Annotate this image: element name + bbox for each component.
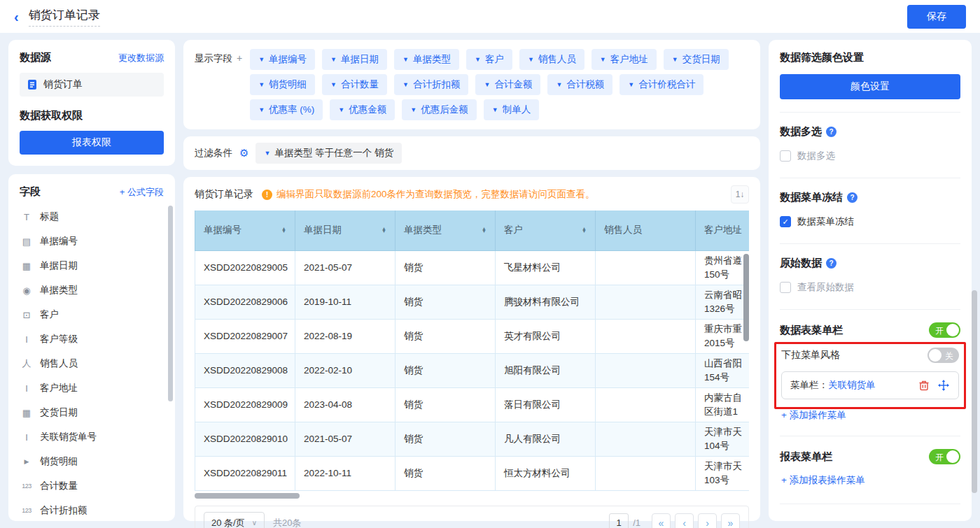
sort-order-icon[interactable]: 1↓: [731, 185, 749, 204]
chip-label: 单据日期: [341, 53, 379, 66]
field-item-customer-level[interactable]: I客户等级: [20, 333, 164, 345]
multi-select-checkbox[interactable]: 数据多选: [780, 150, 960, 162]
menu-item-box[interactable]: 菜单栏： 关联销货单: [781, 371, 959, 399]
add-field-icon[interactable]: +: [237, 52, 242, 64]
field-chip[interactable]: ▼优惠金额: [330, 99, 395, 120]
table-row[interactable]: XSDD202208290112022-10-11销货恒太方材料公司天津市天 1…: [195, 456, 750, 490]
back-icon[interactable]: ‹: [14, 10, 19, 24]
field-chip[interactable]: ▼优惠后金额: [402, 99, 476, 120]
formula-field-link[interactable]: + 公式字段: [120, 186, 164, 199]
page-number-input[interactable]: 1: [609, 513, 629, 528]
add-report-menu-link[interactable]: + 添加报表操作菜单: [781, 474, 959, 487]
next-page-button[interactable]: ›: [698, 513, 717, 528]
sort-icon[interactable]: ▲▼: [382, 227, 386, 233]
field-item-total-discount[interactable]: 123合计折扣额: [20, 504, 164, 517]
report-permission-button[interactable]: 报表权限: [20, 131, 164, 155]
page-count: /1: [633, 518, 640, 528]
chevron-down-icon: ▼: [628, 81, 634, 88]
table-menu-toggle[interactable]: 开: [929, 322, 960, 338]
trash-icon[interactable]: [918, 379, 930, 392]
field-label: 标题: [40, 211, 59, 223]
color-settings-button[interactable]: 颜色设置: [780, 74, 960, 99]
change-datasource-link[interactable]: 更改数据源: [118, 52, 164, 64]
table-row[interactable]: XSDD202208290062019-10-11销货腾骏材料有限公司云南省昭 …: [195, 285, 750, 319]
column-header[interactable]: 客户地址: [696, 211, 750, 250]
column-header[interactable]: 客户▲▼: [496, 211, 596, 250]
report-menu-toggle[interactable]: 开: [929, 449, 960, 464]
help-icon[interactable]: ?: [826, 258, 836, 269]
field-chip[interactable]: ▼销货明细: [250, 74, 315, 95]
chevron-down-icon: ▼: [402, 56, 409, 63]
column-header[interactable]: 单据类型▲▼: [396, 211, 496, 250]
panel-scrollbar[interactable]: [972, 290, 977, 493]
prev-page-button[interactable]: ‹: [675, 513, 694, 528]
field-chip[interactable]: ▼单据类型: [394, 49, 459, 70]
filter-condition-chip[interactable]: ▼单据类型 等于任意一个 销货: [255, 143, 401, 164]
chevron-down-icon: ▼: [528, 56, 534, 63]
field-item-sales-detail[interactable]: ▶销货明细: [20, 455, 164, 468]
field-label: 销货明细: [40, 455, 78, 468]
sort-icon[interactable]: ▲▼: [281, 227, 286, 233]
field-item-customer[interactable]: ⊡客户: [20, 308, 164, 321]
datasource-item[interactable]: 销货订单: [20, 73, 164, 97]
checkbox-unchecked[interactable]: [780, 282, 791, 293]
table-row[interactable]: XSDD202208290082022-02-10销货旭阳有限公司山西省阳 15…: [195, 353, 750, 387]
field-chip[interactable]: ▼优惠率 (%): [250, 99, 323, 120]
column-header[interactable]: 单据日期▲▼: [295, 211, 396, 250]
cell: 销货: [396, 387, 496, 422]
field-chip[interactable]: ▼客户: [466, 49, 512, 70]
dropdown-style-toggle[interactable]: 关: [927, 348, 959, 363]
field-item-salesperson[interactable]: 人销售人员: [20, 357, 164, 370]
field-chip[interactable]: ▼合计数量: [322, 74, 387, 95]
help-icon[interactable]: ?: [826, 127, 836, 137]
checkbox-unchecked[interactable]: [780, 150, 791, 162]
field-chip[interactable]: ▼合计金额: [475, 74, 540, 95]
help-icon[interactable]: ?: [847, 192, 858, 203]
chip-label: 销货明细: [269, 78, 307, 91]
field-chip[interactable]: ▼单据编号: [250, 49, 315, 70]
table-row[interactable]: XSDD202208290072022-08-19销货英才有限公司重庆市重 20…: [195, 319, 750, 353]
field-chip[interactable]: ▼交货日期: [664, 49, 729, 70]
sort-icon[interactable]: ▲▼: [582, 227, 587, 233]
save-button[interactable]: 保存: [907, 5, 966, 29]
field-item-total-qty[interactable]: 123合计数量: [20, 480, 164, 492]
chip-label: 合计数量: [341, 78, 379, 91]
table-row[interactable]: XSDD202208290052021-05-07销货飞星材料公司贵州省遵 15…: [195, 250, 750, 285]
field-chip[interactable]: ▼客户地址: [592, 49, 657, 70]
cell: [596, 285, 696, 319]
fields-scrollbar[interactable]: [168, 206, 173, 401]
first-page-button[interactable]: «: [652, 513, 671, 528]
column-header[interactable]: 单据编号▲▼: [195, 211, 295, 250]
field-chip[interactable]: ▼销售人员: [519, 49, 584, 70]
field-chip[interactable]: ▼合计折扣额: [394, 74, 468, 95]
table-vertical-scrollbar[interactable]: [743, 254, 749, 341]
table-horizontal-scrollbar[interactable]: [195, 493, 749, 499]
column-header[interactable]: 销售人员: [596, 211, 696, 250]
raw-data-checkbox[interactable]: 查看原始数据: [780, 281, 960, 294]
last-page-button[interactable]: »: [721, 513, 740, 528]
field-chip[interactable]: ▼合计价税合计: [620, 74, 704, 95]
page-size-select[interactable]: 20 条/页∨: [204, 512, 265, 528]
field-item-doc-number[interactable]: ▤单据编号: [20, 235, 164, 248]
field-chip[interactable]: ▼制单人: [484, 99, 539, 120]
calendar-icon: ▦: [20, 261, 34, 271]
add-operation-menu-link[interactable]: + 添加操作菜单: [781, 409, 959, 422]
field-item-title[interactable]: T标题: [20, 211, 164, 223]
field-item-related-sales-no[interactable]: I关联销货单号: [20, 431, 164, 443]
menu-item-value[interactable]: 关联销货单: [828, 379, 911, 392]
field-item-doc-date[interactable]: ▦单据日期: [20, 259, 164, 272]
chip-label: 制单人: [503, 104, 531, 116]
field-item-customer-address[interactable]: I客户地址: [20, 382, 164, 394]
checkbox-checked[interactable]: ✓: [780, 216, 791, 227]
field-item-delivery-date[interactable]: ▦交货日期: [20, 406, 164, 419]
field-chip[interactable]: ▼合计税额: [547, 74, 612, 95]
table-row[interactable]: XSDD202208290092023-04-08销货落日有限公司内蒙古自 区街…: [195, 387, 750, 422]
table-row[interactable]: XSDD202208290102021-05-07销货凡人有限公司天津市天 10…: [195, 422, 750, 456]
move-icon[interactable]: [937, 379, 950, 392]
field-item-doc-type[interactable]: ◉单据类型: [20, 284, 164, 297]
menu-freeze-checkbox[interactable]: ✓数据菜单冻结: [780, 215, 960, 228]
person-icon: 人: [20, 357, 34, 370]
sort-icon[interactable]: ▲▼: [482, 227, 486, 233]
gear-icon[interactable]: ⚙: [239, 147, 248, 159]
field-chip[interactable]: ▼单据日期: [322, 49, 387, 70]
